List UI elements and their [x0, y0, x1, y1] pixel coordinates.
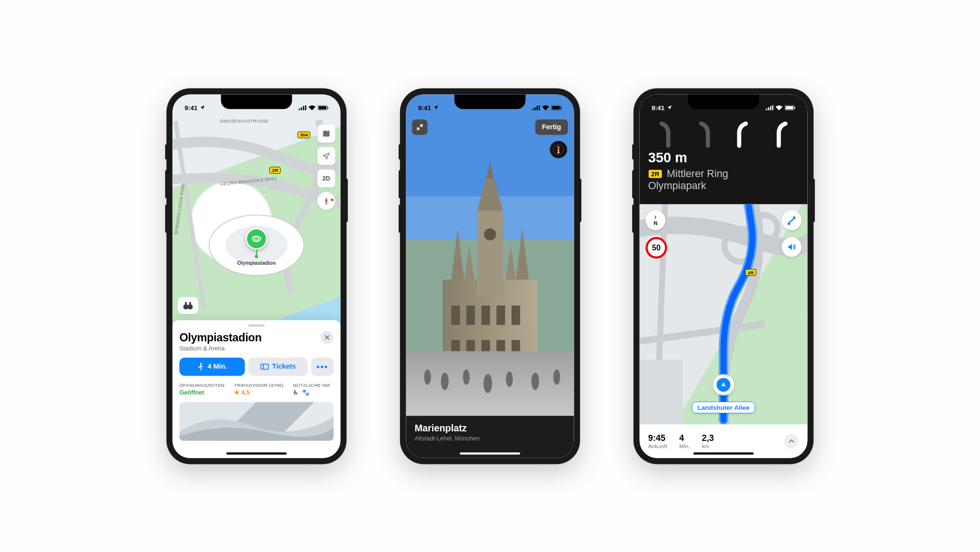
- more-button[interactable]: •••: [311, 358, 334, 376]
- heading-arrow-icon: [720, 381, 727, 388]
- svg-rect-1: [301, 107, 302, 110]
- status-time: 9:41: [652, 104, 665, 111]
- close-button[interactable]: [321, 331, 334, 344]
- home-indicator[interactable]: [226, 452, 287, 455]
- lane-arrow-right-active-icon: [770, 118, 795, 148]
- svg-rect-53: [766, 108, 767, 110]
- svg-rect-56: [772, 105, 774, 110]
- svg-rect-39: [467, 305, 475, 325]
- road-label: GNEISENAUSTRASSE: [220, 118, 269, 123]
- lane-guidance: [648, 118, 799, 148]
- tickets-button[interactable]: Tickets: [248, 358, 308, 376]
- place-category: Stadium & Arena: [179, 345, 262, 351]
- nav-road: Mittlerer Ring: [667, 168, 728, 180]
- route-shield: 2R: [269, 167, 280, 173]
- location-services-icon: [433, 104, 439, 110]
- current-street-chip: Landshuter Allee: [692, 401, 755, 413]
- svg-rect-5: [319, 106, 326, 109]
- compass-button[interactable]: N: [646, 210, 665, 230]
- lane-arrow-left-icon: [691, 118, 716, 148]
- svg-rect-41: [497, 305, 505, 325]
- svg-rect-54: [768, 107, 769, 110]
- svg-point-65: [793, 216, 795, 218]
- expand-button[interactable]: [784, 434, 799, 449]
- map-pin[interactable]: Olympiastadion: [237, 228, 276, 266]
- svg-rect-18: [535, 107, 536, 110]
- svg-marker-32: [505, 245, 516, 280]
- svg-point-46: [463, 369, 469, 384]
- svg-rect-3: [305, 105, 307, 110]
- compass-icon: N: [553, 144, 564, 155]
- svg-rect-23: [561, 106, 562, 108]
- phone-place-detail: 9:41 GNEISENAUSTRASSE GEORG-BRAUCHLE-RIN…: [167, 88, 346, 464]
- compass-needle-icon: [322, 196, 331, 205]
- svg-rect-40: [481, 305, 490, 325]
- eta-distance: 2,3 km: [702, 433, 714, 449]
- svg-rect-62: [765, 291, 808, 425]
- location-arrow-icon: [323, 152, 330, 159]
- photo-strip[interactable]: [179, 402, 334, 440]
- svg-marker-31: [464, 245, 475, 280]
- route-shield: 2R: [745, 269, 756, 275]
- place-title: Olympiastadion: [179, 331, 262, 344]
- svg-rect-17: [532, 108, 534, 110]
- svg-point-12: [188, 304, 193, 309]
- compass-needle-icon: [653, 214, 659, 220]
- directions-button[interactable]: 4 Min.: [179, 358, 245, 376]
- look-around-button[interactable]: [178, 297, 198, 314]
- svg-text:N: N: [557, 146, 559, 148]
- svg-marker-30: [516, 228, 529, 280]
- navigation-map[interactable]: 2R N 50 Landshuter Allee: [640, 204, 808, 424]
- eta-time: 9:45 Ankunft: [648, 433, 668, 449]
- svg-point-45: [441, 372, 448, 390]
- svg-rect-13: [185, 302, 187, 304]
- svg-point-15: [200, 363, 202, 365]
- svg-rect-63: [640, 360, 683, 424]
- home-indicator[interactable]: [693, 452, 754, 455]
- route-shield: 2R: [648, 169, 663, 178]
- location-subtitle: Altstadt-Lehel, München: [415, 435, 566, 441]
- route-overview-button[interactable]: [782, 210, 802, 230]
- binoculars-icon: [183, 301, 193, 310]
- location-services-icon: [200, 104, 205, 110]
- svg-rect-2: [303, 106, 304, 110]
- compass-button[interactable]: N: [317, 192, 335, 210]
- svg-rect-59: [795, 106, 796, 108]
- 2d-3d-toggle[interactable]: 2D: [317, 169, 335, 187]
- tracking-button[interactable]: [317, 147, 335, 165]
- plaza-ground: [406, 351, 574, 416]
- svg-point-48: [506, 371, 512, 386]
- phone-look-around: 9:41: [400, 88, 580, 464]
- audio-button[interactable]: [782, 237, 802, 257]
- minimize-button[interactable]: [412, 119, 427, 135]
- place-card[interactable]: Olympiastadion Stadium & Arena 4 Min. Ti…: [173, 320, 341, 458]
- status-indicators: [766, 105, 795, 110]
- svg-rect-0: [299, 108, 300, 110]
- svg-point-10: [254, 237, 259, 240]
- svg-rect-58: [786, 106, 793, 109]
- pin-label: Olympiastadion: [237, 259, 276, 266]
- lane-arrow-left-icon: [652, 118, 677, 148]
- walk-icon: [197, 362, 204, 370]
- svg-point-49: [531, 372, 539, 390]
- lane-arrow-right-active-icon: [731, 118, 756, 148]
- svg-rect-6: [328, 106, 329, 108]
- chevron-up-icon: [789, 438, 795, 444]
- svg-rect-20: [539, 105, 540, 110]
- star-icon: ★: [234, 389, 240, 395]
- status-time: 9:41: [418, 104, 431, 111]
- close-icon: [324, 335, 330, 340]
- speed-limit-sign: 50: [646, 237, 667, 259]
- map-mode-button[interactable]: [317, 124, 335, 143]
- svg-point-50: [553, 369, 560, 384]
- nav-distance: 350 m: [648, 150, 799, 166]
- look-around-footer[interactable]: Marienplatz Altstadt-Lehel, München: [406, 416, 574, 458]
- card-grabber[interactable]: [248, 324, 265, 327]
- nav-toward: Olympiapark: [648, 180, 799, 192]
- svg-point-44: [424, 369, 431, 384]
- compass-button[interactable]: N: [550, 141, 567, 158]
- user-location-puck: [714, 375, 733, 394]
- svg-rect-55: [770, 106, 771, 110]
- home-indicator[interactable]: [460, 452, 520, 455]
- done-button[interactable]: Fertig: [535, 119, 568, 135]
